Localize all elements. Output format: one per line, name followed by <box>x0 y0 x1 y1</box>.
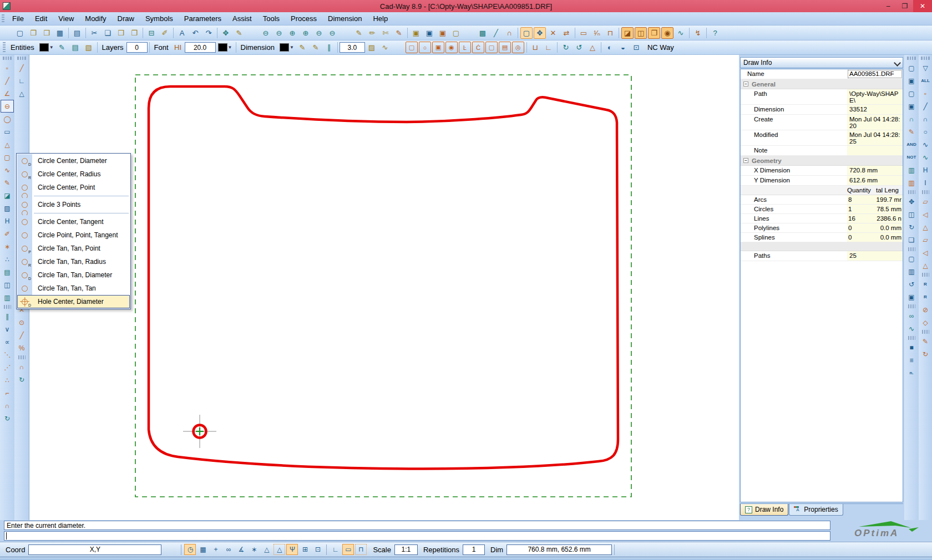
redo-icon[interactable]: ↷ <box>202 27 215 39</box>
menu-process[interactable]: Process <box>285 12 322 25</box>
corner-icon[interactable]: ⌐ <box>1 386 14 399</box>
zoom-in-icon[interactable]: ⊕ <box>286 27 298 39</box>
repetitions-value-box[interactable]: 1 <box>463 544 485 555</box>
mirror-icon[interactable]: ◫ <box>905 208 918 221</box>
shape-tool-icon[interactable]: ◪ <box>1 189 14 202</box>
color-bars2-icon[interactable]: ▥ <box>905 176 918 189</box>
menu-tools[interactable]: Tools <box>257 12 285 25</box>
arc-tool-icon[interactable]: ∩ <box>1 399 14 412</box>
array-dup-icon[interactable]: ▣ <box>905 291 918 303</box>
transform-icon[interactable]: ⇄ <box>560 27 573 39</box>
pan-icon[interactable]: ✥ <box>220 27 232 39</box>
dim-rect-dash-icon[interactable]: ▢ <box>485 42 498 53</box>
circle-tool-icon[interactable]: ⊖ <box>1 100 14 113</box>
select-rect-icon[interactable]: ▢ <box>905 62 918 74</box>
ortho-corner-icon[interactable]: ∟ <box>330 544 341 555</box>
line-point-icon[interactable]: ╱ <box>15 62 28 74</box>
dim-circle-icon[interactable]: ○ <box>419 42 431 53</box>
grid-dots-icon[interactable]: ▦ <box>197 544 209 555</box>
paths-value[interactable]: 25 <box>847 251 903 261</box>
edit-box1-icon[interactable]: ▣ <box>410 27 422 39</box>
mouse-icon[interactable] <box>166 544 178 555</box>
menu-circle-tan-tan-diameter[interactable]: D Circle Tan, Tan, Diameter <box>17 268 130 282</box>
copy-sheet-icon[interactable]: ❐ <box>648 27 660 39</box>
ellipse-tool-icon[interactable]: ◯ <box>1 113 14 125</box>
measure-icon[interactable]: ✕ <box>547 27 559 39</box>
circle-point-icon[interactable]: ⊙ <box>15 316 28 329</box>
rotate-copy-icon[interactable]: ↻ <box>905 221 918 233</box>
spline-tool-icon[interactable]: ∿ <box>1 164 14 176</box>
menu-edit[interactable]: Edit <box>29 12 53 25</box>
resize-icon[interactable]: ▭ <box>578 27 590 39</box>
filter-polyline-icon[interactable]: ∿ <box>919 138 932 151</box>
layers-input[interactable]: 0 <box>126 42 148 53</box>
filter-line-icon[interactable]: ╱ <box>919 100 932 113</box>
font-style-pencil-icon[interactable]: ✎ <box>296 42 308 53</box>
hatch-tool-icon[interactable]: ▨ <box>1 202 14 215</box>
line-width-input[interactable]: 3.0 <box>340 42 365 53</box>
layers-edit-icon[interactable]: ▧ <box>83 42 95 53</box>
polygon-dash-icon[interactable]: △ <box>273 544 285 555</box>
collapse-general-button[interactable]: − <box>743 82 748 86</box>
polygon-snap-icon[interactable]: △ <box>261 544 272 555</box>
dim-diameter-icon[interactable]: ⊘ <box>919 303 932 316</box>
menu-circle-tan-tan-tan[interactable]: Circle Tan, Tan, Tan <box>17 282 130 295</box>
view-glasses-icon[interactable]: ∞ <box>222 544 234 555</box>
duplicate-icon[interactable]: ❏ <box>905 233 918 246</box>
edit-box2-icon[interactable]: ▣ <box>423 27 435 39</box>
font-color-dropdown[interactable]: ▼ <box>228 45 232 50</box>
grid-table-icon[interactable]: ⊞ <box>299 544 311 555</box>
filter-dim-icon[interactable]: I <box>919 176 932 189</box>
break-icon[interactable]: ↯ <box>692 27 704 39</box>
dim-shape-icon[interactable]: ◇ <box>919 316 932 329</box>
create-value[interactable]: Mon Jul 04 14:28:20 <box>847 115 903 130</box>
menu-circle-3-points[interactable]: Circle 3 Points <box>17 198 130 211</box>
filter-arc-icon[interactable]: ∩ <box>919 113 932 125</box>
rotate-tool-icon[interactable]: ↻ <box>1 412 14 425</box>
entities-color-dropdown[interactable]: ▼ <box>49 45 54 50</box>
dim-diag-icon[interactable]: ▱ <box>919 233 932 246</box>
monitor-pin-icon[interactable]: ⊡ <box>312 544 323 555</box>
snap-disk-icon[interactable]: ◷ <box>184 544 196 555</box>
font-color-swatch[interactable] <box>218 43 227 52</box>
paste-special-icon[interactable]: ❐ <box>128 27 140 39</box>
polyline-tool-icon[interactable]: ∠ <box>1 87 14 100</box>
save-icon[interactable]: ▦ <box>54 27 66 39</box>
rotate-30-icon[interactable]: ↻ <box>560 42 572 53</box>
import-tool-icon[interactable]: ▤ <box>1 266 14 278</box>
dim-rect-center-icon[interactable]: ▣ <box>432 42 444 53</box>
mirror-sheet-icon[interactable]: ◫ <box>635 27 647 39</box>
filter-text-icon[interactable]: H <box>919 164 932 176</box>
print-icon[interactable]: ▤ <box>71 27 83 39</box>
scatter-tool-icon[interactable]: ∴ <box>1 253 14 266</box>
nc-monitor-icon[interactable]: ⊡ <box>630 42 642 53</box>
arc-seg-icon[interactable]: ∩ <box>15 360 28 373</box>
point-tool-icon[interactable]: ▫ <box>1 62 14 74</box>
snap-n-icon[interactable]: △ <box>586 42 599 53</box>
arc-pencil-icon[interactable]: ∿ <box>379 42 391 53</box>
menu-modify[interactable]: Modify <box>79 12 112 25</box>
menu-circle-center-diameter[interactable]: D Circle Center, Diameter <box>17 154 130 167</box>
spin-sheet-icon[interactable]: ◉ <box>661 27 673 39</box>
screen-copy-icon[interactable]: ⊟ <box>145 27 158 39</box>
select-not-icon[interactable]: NOT <box>905 151 918 164</box>
menu-circle-center-tangent[interactable]: Circle Center, Tangent <box>17 215 130 228</box>
n-count-icon[interactable]: n. <box>905 366 918 379</box>
zoom-all-icon[interactable]: ⊕ <box>300 27 312 39</box>
rectangle-tool-icon[interactable]: ▭ <box>1 125 14 138</box>
font-height-icon[interactable]: HI <box>172 42 184 53</box>
window-tool-icon[interactable]: ◫ <box>1 278 14 291</box>
dim-ellipse-icon[interactable]: ◎ <box>512 42 524 53</box>
scale-value-box[interactable]: 1:1 <box>394 544 418 555</box>
dim-circle-center-icon[interactable]: ◉ <box>445 42 458 53</box>
stack-icon[interactable]: ≡ <box>905 354 918 366</box>
cut-icon[interactable]: ✂ <box>88 27 100 39</box>
toolbar-handle[interactable] <box>3 42 6 53</box>
rotate-seg-icon[interactable]: ↻ <box>15 373 28 386</box>
hatch-pencil-icon[interactable]: ▨ <box>366 42 378 53</box>
dimension-value[interactable]: 33512 <box>847 105 903 114</box>
menu-file[interactable]: File <box>7 12 29 25</box>
array-rotate-icon[interactable]: ↺ <box>905 278 918 291</box>
dim-table-icon[interactable]: ▤ <box>499 42 511 53</box>
zoom-out-icon[interactable]: ⊖ <box>260 27 272 39</box>
